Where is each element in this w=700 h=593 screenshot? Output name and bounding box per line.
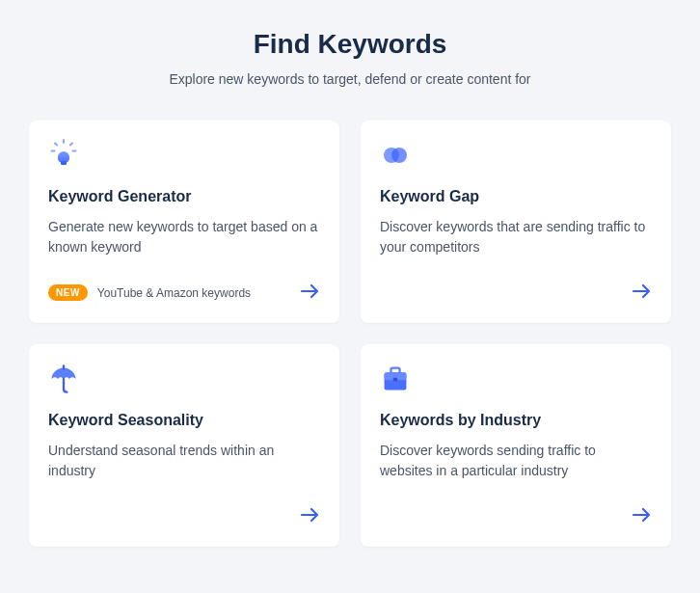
card-description: Discover keywords sending traffic to web… [380, 441, 652, 486]
card-title: Keywords by Industry [380, 412, 652, 429]
card-footer: NEW YouTube & Amazon keywords [48, 282, 320, 304]
page-header: Find Keywords Explore new keywords to ta… [29, 29, 671, 87]
svg-rect-4 [393, 378, 398, 381]
umbrella-icon [48, 364, 320, 394]
badge-text: YouTube & Amazon keywords [97, 286, 251, 300]
page-title: Find Keywords [29, 29, 671, 60]
card-keywords-by-industry[interactable]: Keywords by Industry Discover keywords s… [361, 344, 671, 547]
arrow-right-icon[interactable] [633, 282, 652, 304]
card-title: Keyword Gap [380, 188, 652, 205]
card-description: Generate new keywords to target based on… [48, 217, 320, 262]
card-footer [48, 505, 320, 527]
card-description: Understand seasonal trends within an ind… [48, 441, 320, 486]
overlap-circles-icon [380, 140, 652, 171]
page-subtitle: Explore new keywords to target, defend o… [29, 71, 671, 87]
card-keyword-generator[interactable]: Keyword Generator Generate new keywords … [29, 121, 339, 323]
card-title: Keyword Generator [48, 188, 320, 205]
card-description: Discover keywords that are sending traff… [380, 217, 652, 262]
card-footer [380, 282, 652, 304]
card-keyword-gap[interactable]: Keyword Gap Discover keywords that are s… [361, 121, 671, 323]
lightbulb-icon [48, 140, 320, 171]
arrow-right-icon[interactable] [301, 505, 320, 527]
arrow-right-icon[interactable] [633, 505, 652, 527]
card-keyword-seasonality[interactable]: Keyword Seasonality Understand seasonal … [29, 344, 339, 547]
card-title: Keyword Seasonality [48, 412, 320, 429]
arrow-right-icon[interactable] [301, 282, 320, 304]
briefcase-icon [380, 364, 652, 394]
cards-grid: Keyword Generator Generate new keywords … [29, 121, 671, 547]
card-footer [380, 505, 652, 527]
new-badge: NEW [48, 284, 88, 301]
